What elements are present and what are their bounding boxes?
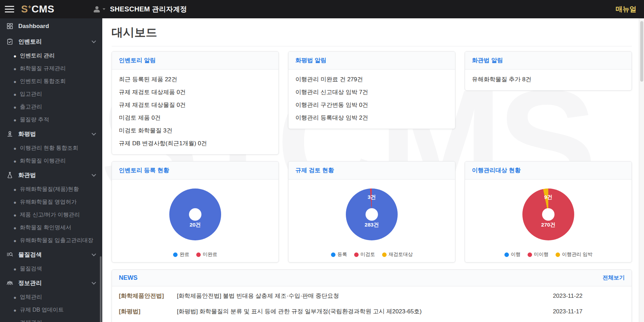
sidebar: Dashboard인벤토리●인벤토리 관리●화학물질 규제관리●인벤토리 통합조… bbox=[0, 18, 102, 322]
donut-value-label: 283건 bbox=[346, 221, 398, 229]
news-row[interactable]: [화학제품안전법][화학제품안전법] 불법 빈대용 살충제 제조·수입·판매 중… bbox=[112, 288, 632, 304]
legend-item: 미이행 bbox=[528, 251, 549, 258]
sidebar-item-inventory[interactable]: 인벤토리 bbox=[0, 34, 102, 49]
account-menu[interactable]: SHESCHEM 관리자계정 bbox=[93, 4, 187, 14]
donut-value-label: 3건 bbox=[346, 194, 398, 201]
alert-cards-row: 인벤토리 알림최근 등록된 제품 22건규제 재검토 대상제품 0건규제 재검토… bbox=[112, 51, 632, 155]
bullet-icon: ● bbox=[13, 200, 16, 205]
news-view-all-link[interactable]: 전체보기 bbox=[603, 274, 625, 282]
donut-hole bbox=[189, 208, 201, 221]
sidebar-scrollbar-thumb[interactable] bbox=[100, 256, 102, 322]
legend-item: 재검토대상 bbox=[382, 251, 413, 258]
page-scrollbar-thumb[interactable] bbox=[640, 21, 643, 82]
legend-dot-icon bbox=[504, 252, 509, 257]
chart-cards-row: 인벤토리 등록 현황20건완료미완료규제 검토 현황3건283건등록미검토재검토… bbox=[112, 161, 632, 263]
sidebar-subitem-chemical-compliance[interactable]: ●화학물질 이행관리 bbox=[0, 155, 102, 167]
donut-chart: 3건283건 bbox=[346, 188, 398, 240]
sidebar-item-label: Dashboard bbox=[18, 23, 95, 30]
sidebar-item-substance-search-group[interactable]: 물질검색 bbox=[0, 247, 102, 263]
page-scrollbar[interactable] bbox=[639, 18, 644, 322]
legend-label: 미이행 bbox=[534, 251, 549, 258]
news-row-title: [화평법] 화학물질의 분류 및 표시 등에 관한 규정 일부개정(국립환경과학… bbox=[177, 307, 511, 315]
sidebar-subitem-payment-management[interactable]: ●결제관리 bbox=[0, 316, 102, 322]
sidebar-subitem-compliance-status-search[interactable]: ●이행관리 현황 통합조회 bbox=[0, 142, 102, 155]
legend-item: 미완료 bbox=[196, 251, 217, 258]
chevron-down-icon bbox=[92, 280, 96, 285]
legend-item: 이행관리 임박 bbox=[556, 251, 593, 258]
chart-card-body: 3건283건등록미검토재검토대상 bbox=[288, 180, 455, 262]
alert-card-2: 화관법 알림유해화학물질 추가 8건 bbox=[465, 51, 632, 91]
sidebar-subitem-label: 유해화학물질(제품)현황 bbox=[20, 186, 79, 193]
app-logo: S+CMS bbox=[21, 3, 54, 15]
sidebar-subitem-chemical-confirmation-statement[interactable]: ●화학물질 확인명세서 bbox=[0, 221, 102, 234]
sidebar-subitem-label: 유해화학물질 영업허가 bbox=[20, 199, 76, 206]
sidebar-item-info-management[interactable]: 정보관리 bbox=[0, 275, 102, 291]
sidebar-subitem-label: 화학물질 규제관리 bbox=[20, 65, 65, 72]
donut-value-label: 9건 bbox=[522, 194, 574, 201]
chart-card-title: 규제 검토 현황 bbox=[288, 162, 455, 180]
alert-card-title: 화평법 알림 bbox=[288, 52, 455, 70]
sidebar-subitem-label: 유해화학물질 입출고관리대장 bbox=[20, 237, 93, 244]
sidebar-item-label: 정보관리 bbox=[18, 279, 92, 287]
bullet-icon: ● bbox=[13, 92, 16, 97]
donut-value-label: 20건 bbox=[169, 221, 221, 229]
alert-card-body: 유해화학물질 추가 8건 bbox=[465, 70, 632, 90]
bullet-icon: ● bbox=[13, 295, 16, 300]
legend-label: 이행 bbox=[511, 251, 521, 258]
bullet-icon: ● bbox=[13, 226, 16, 230]
sidebar-subitem-inbound-management[interactable]: ●입고관리 bbox=[0, 88, 102, 101]
news-row-date: 2023-11-17 bbox=[511, 308, 625, 315]
sidebar-subitem-substance-amount-tracking[interactable]: ●물질량 추적 bbox=[0, 113, 102, 126]
alert-item: 이행관리 신고대상 임박 7건 bbox=[295, 86, 448, 99]
donut-value-label: 270건 bbox=[522, 221, 574, 229]
sidebar-subitem-hazardous-inout-ledger[interactable]: ●유해화학물질 입출고관리대장 bbox=[0, 234, 102, 247]
sidebar-subitem-product-report-permit-compliance[interactable]: ●제품 신고/허가 이행관리 bbox=[0, 209, 102, 221]
sidebar-subitem-hazardous-business-permit[interactable]: ●유해화학물질 영업허가 bbox=[0, 196, 102, 209]
sidebar-item-kreach[interactable]: 화평법 bbox=[0, 126, 102, 142]
legend-label: 이행관리 임박 bbox=[562, 251, 593, 258]
sidebar-subitem-hazardous-product-status[interactable]: ●유해화학물질(제품)현황 bbox=[0, 183, 102, 196]
sidebar-item-label: 화관법 bbox=[18, 171, 92, 179]
dashboard-icon bbox=[6, 22, 14, 30]
bullet-icon: ● bbox=[13, 267, 16, 272]
sidebar-subitem-label: 규제 DB 업데이트 bbox=[20, 306, 64, 314]
alert-item: 규제 재검토 대상물질 0건 bbox=[119, 99, 272, 111]
sidebar-subitem-substance-search[interactable]: ●물질검색 bbox=[0, 263, 102, 275]
legend-dot-icon bbox=[354, 252, 359, 257]
sidebar-subitem-outbound-management[interactable]: ●출고관리 bbox=[0, 101, 102, 113]
title-divider bbox=[112, 46, 632, 46]
chart-legend: 등록미검토재검토대상 bbox=[288, 251, 455, 258]
bullet-icon: ● bbox=[13, 118, 16, 122]
alert-card-title: 화관법 알림 bbox=[465, 52, 632, 70]
alert-item: 규제 DB 변경사항(최근1개월) 0건 bbox=[119, 137, 272, 150]
alert-item: 이행관리 미완료 건 279건 bbox=[295, 73, 448, 86]
search-icon bbox=[6, 251, 14, 259]
sidebar-subitem-inventory-integrated-search[interactable]: ●인벤토리 통합조회 bbox=[0, 75, 102, 88]
sidebar-subitem-inventory-management[interactable]: ●인벤토리 관리 bbox=[0, 49, 102, 62]
news-row-category: [화평법] bbox=[119, 307, 177, 315]
legend-dot-icon bbox=[173, 252, 178, 257]
sidebar-subitem-chemical-regulation-management[interactable]: ●화학물질 규제관리 bbox=[0, 62, 102, 75]
bullet-icon: ● bbox=[13, 146, 16, 151]
sidebar-item-dashboard[interactable]: Dashboard bbox=[0, 18, 102, 34]
legend-label: 재검토대상 bbox=[389, 251, 413, 258]
sidebar-subitem-company-management[interactable]: ●업체관리 bbox=[0, 291, 102, 304]
account-label: SHESCHEM 관리자계정 bbox=[110, 4, 187, 14]
news-row[interactable]: [화평법][화평법] 화학물질의 분류 및 표시 등에 관한 규정 일부개정(국… bbox=[112, 304, 632, 319]
legend-item: 등록 bbox=[331, 251, 347, 258]
alert-item: 유해화학물질 추가 8건 bbox=[472, 73, 625, 86]
sidebar-subitem-regulation-db-update[interactable]: ●규제 DB 업데이트 bbox=[0, 304, 102, 316]
manual-link[interactable]: 매뉴얼 bbox=[616, 4, 636, 14]
legend-label: 등록 bbox=[338, 251, 347, 258]
bullet-icon: ● bbox=[13, 308, 16, 313]
page-title: 대시보드 bbox=[112, 18, 632, 46]
alert-card-0: 인벤토리 알림최근 등록된 제품 22건규제 재검토 대상제품 0건규제 재검토… bbox=[112, 51, 279, 155]
legend-item: 이행 bbox=[504, 251, 521, 258]
sidebar-item-label: 인벤토리 bbox=[18, 38, 92, 46]
chart-card-title: 인벤토리 등록 현황 bbox=[112, 162, 278, 180]
sidebar-item-kchemlaw[interactable]: 화관법 bbox=[0, 167, 102, 183]
news-row[interactable]: [화평법][화평법] 유독물질의 지정고시 일부개정(국립환경과학원 고시 제2… bbox=[112, 319, 632, 322]
hamburger-menu-icon[interactable] bbox=[5, 6, 14, 12]
sidebar-subitem-label: 물질검색 bbox=[20, 265, 42, 273]
chart-card-0: 인벤토리 등록 현황20건완료미완료 bbox=[112, 161, 279, 263]
